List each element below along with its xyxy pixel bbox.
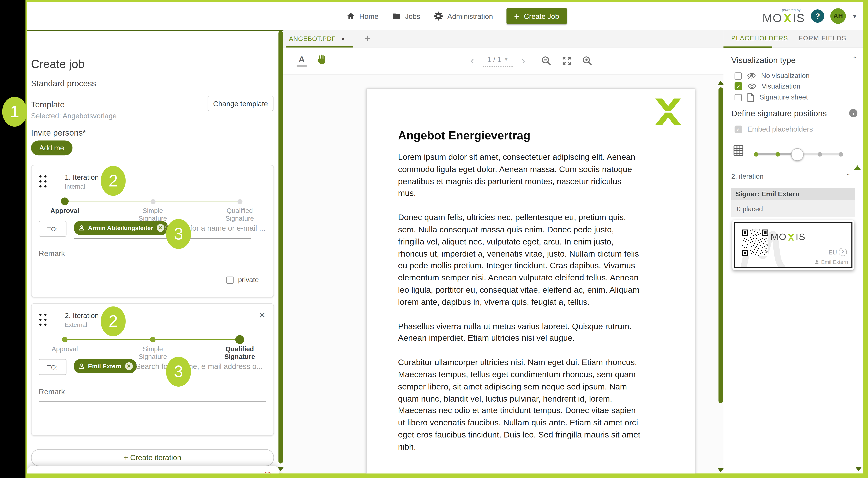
change-template-button[interactable]: Change template <box>208 96 274 111</box>
info-icon[interactable]: i <box>849 109 858 117</box>
step-dot-simple[interactable] <box>151 199 155 204</box>
no-visualization-checkbox[interactable] <box>735 72 742 79</box>
iteration-type: Internal <box>65 183 85 190</box>
page-dropdown-caret-icon[interactable]: ▼ <box>504 57 508 62</box>
chevron-down-icon[interactable]: ▼ <box>852 13 858 19</box>
page-indicator[interactable]: 1 / 1 <box>487 55 501 63</box>
step-dot-qualified[interactable] <box>238 199 243 204</box>
next-page-icon[interactable]: › <box>522 55 525 67</box>
iteration-card-1: 1. Iteration Internal Approval Simple Si… <box>31 165 274 298</box>
recipient-chip[interactable]: Emil Extern ✕ <box>73 359 136 373</box>
slider-stop[interactable] <box>754 152 758 157</box>
visualization-checkbox[interactable]: ✓ <box>735 82 742 90</box>
nav-jobs[interactable]: Jobs <box>392 12 420 20</box>
option-signature-sheet[interactable]: Signature sheet <box>735 93 808 102</box>
pdf-scrollbar[interactable] <box>718 88 723 403</box>
embed-placeholders-row: ✓ Embed placeholders <box>735 125 813 133</box>
signature-sheet-checkbox[interactable] <box>735 94 742 101</box>
pdf-viewer: ANGEBOT.PDF × + A ‹ 1 / 1 ▼ <box>283 30 724 474</box>
iteration-title: 1. Iteration <box>65 173 99 181</box>
create-another-row[interactable]: Create another job <box>33 473 104 473</box>
no-visualization-label: No visualization <box>761 72 810 79</box>
step-label-approval[interactable]: Approval <box>43 346 87 353</box>
panel-scroll-up-icon[interactable] <box>854 165 861 170</box>
placed-count: 0 placed <box>731 200 855 217</box>
signer-header: Signer: Emil Extern <box>731 188 855 200</box>
brand-is: IS <box>793 12 805 24</box>
top-nav: Home Jobs <box>27 2 863 31</box>
drag-handle-icon[interactable] <box>39 314 49 329</box>
pan-tool-icon[interactable] <box>316 53 328 69</box>
step-dot-approval[interactable] <box>62 337 68 342</box>
document-tab[interactable]: ANGEBOT.PDF × <box>289 30 345 47</box>
warning-info-icon[interactable]: i <box>262 472 272 474</box>
step-label-simple[interactable]: Simple Signature <box>131 346 175 361</box>
left-panel-scrollbar[interactable] <box>279 31 283 464</box>
zoom-in-icon[interactable] <box>582 55 593 66</box>
document-title: Angebot Energievertrag <box>398 129 530 142</box>
remark-underline <box>39 263 266 263</box>
pdf-toolbar: A ‹ 1 / 1 ▼ › <box>283 47 724 75</box>
slider-stop[interactable] <box>818 152 822 157</box>
slider-stop[interactable] <box>776 152 780 157</box>
step-label-simple[interactable]: Simple Signature <box>131 207 175 223</box>
folder-icon <box>392 12 401 20</box>
drag-handle-icon[interactable] <box>39 175 49 191</box>
option-visualization[interactable]: ✓ Visualization <box>735 82 801 90</box>
add-document-tab-icon[interactable]: + <box>364 32 371 45</box>
tab-placeholders[interactable]: PLACEHOLDERS <box>731 35 788 41</box>
visualization-label: Visualization <box>762 82 800 90</box>
help-button[interactable]: ? <box>811 9 824 23</box>
to-button[interactable]: TO: <box>39 221 66 237</box>
tab-close-icon[interactable]: × <box>341 35 345 42</box>
card-brand-is: IS <box>796 232 806 243</box>
close-icon[interactable]: ✕ <box>259 310 266 320</box>
step-dot-qualified[interactable] <box>235 335 244 344</box>
create-job-button[interactable]: + Create Job <box>506 8 567 24</box>
text-annotation-tool-icon[interactable]: A <box>297 54 307 67</box>
home-icon <box>346 11 355 20</box>
nav-administration[interactable]: Administration <box>433 11 493 21</box>
slider-thumb[interactable] <box>791 148 804 161</box>
avatar[interactable]: AH <box>830 8 846 24</box>
step-label-qualified[interactable]: Qualified Signature <box>218 346 262 361</box>
step-dot-approval[interactable] <box>61 197 69 205</box>
to-button[interactable]: TO: <box>39 359 66 375</box>
nav-home[interactable]: Home <box>346 11 378 20</box>
private-checkbox-row[interactable]: private <box>226 276 259 284</box>
add-me-button[interactable]: Add me <box>31 141 72 156</box>
remark-label[interactable]: Remark <box>39 249 65 258</box>
collapse-icon[interactable]: ⌃ <box>846 173 851 180</box>
zoom-out-icon[interactable] <box>541 55 552 66</box>
panel-scroll-down-icon[interactable] <box>855 467 862 471</box>
chip-remove-icon[interactable]: ✕ <box>156 224 164 232</box>
remark-label[interactable]: Remark <box>39 388 65 396</box>
moxis-x-icon <box>787 234 795 241</box>
pdf-page[interactable]: Angebot Energievertrag Lorem ipsum dolor… <box>367 89 695 473</box>
nav-home-label: Home <box>359 12 378 20</box>
prev-page-icon[interactable]: ‹ <box>470 55 474 67</box>
step-dot-simple[interactable] <box>150 337 155 342</box>
grid-icon[interactable] <box>734 145 743 156</box>
step-label-qualified[interactable]: Qualified Signature <box>218 207 262 223</box>
option-no-visualization[interactable]: No visualization <box>735 72 810 79</box>
left-scroll-down-icon[interactable] <box>277 467 284 471</box>
letterbox-strip <box>0 0 25 478</box>
app-window: Home Jobs <box>27 2 863 474</box>
create-iteration-button[interactable]: + Create iteration <box>31 449 274 466</box>
slider-stop[interactable] <box>839 152 843 157</box>
eu-stars-icon: 2 <box>839 248 847 256</box>
collapse-icon[interactable]: ⌃ <box>852 55 858 62</box>
tab-form-fields[interactable]: FORM FIELDS <box>799 35 846 41</box>
pdf-scroll-up-icon[interactable] <box>717 81 724 85</box>
signature-placeholder-card[interactable]: MO IS EU 2 Em <box>732 220 854 270</box>
pdf-scroll-down-icon[interactable] <box>717 468 724 472</box>
recipient-chip[interactable]: Armin Abteilungsleiter ✕ <box>73 221 168 235</box>
step-label-approval[interactable]: Approval <box>43 207 87 215</box>
pager-controls: ‹ 1 / 1 ▼ › <box>470 47 593 74</box>
chip-remove-icon[interactable]: ✕ <box>125 362 133 370</box>
recipient-search-placeholder[interactable]: Search for a name, e-mail address o... <box>136 362 263 371</box>
fit-screen-icon[interactable] <box>561 55 572 66</box>
private-checkbox[interactable] <box>226 276 234 283</box>
annotation-step-2: 2 <box>101 166 126 196</box>
